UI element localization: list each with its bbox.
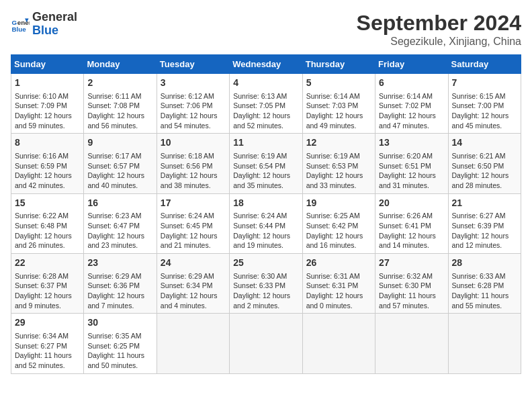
day-info-line: Daylight: 12 hours	[452, 171, 517, 181]
calendar-cell: 29Sunrise: 6:34 AMSunset: 6:27 PMDayligh…	[11, 314, 84, 373]
day-info-line: Sunset: 6:57 PM	[87, 161, 152, 171]
calendar-cell: 7Sunrise: 6:15 AMSunset: 7:00 PMDaylight…	[448, 74, 521, 134]
day-info-line: Sunrise: 6:14 AM	[379, 91, 444, 101]
calendar-cell: 11Sunrise: 6:19 AMSunset: 6:54 PMDayligh…	[230, 134, 302, 193]
calendar-cell: 2Sunrise: 6:11 AMSunset: 7:08 PMDaylight…	[84, 74, 157, 134]
day-info-line: Daylight: 12 hours	[379, 231, 444, 241]
day-info-line: Sunrise: 6:24 AM	[161, 211, 226, 221]
day-number: 21	[452, 197, 517, 210]
day-info-line: Sunset: 6:39 PM	[452, 221, 517, 231]
day-info-line: Sunrise: 6:22 AM	[15, 211, 80, 221]
day-info-line: Daylight: 11 hours	[379, 291, 444, 301]
day-info-line: Daylight: 12 hours	[87, 291, 152, 301]
day-info-line: and 19 minutes.	[233, 240, 298, 250]
day-info-line: Sunrise: 6:33 AM	[452, 271, 517, 281]
calendar-cell: 27Sunrise: 6:32 AMSunset: 6:30 PMDayligh…	[375, 254, 448, 314]
day-info-line: Sunset: 6:44 PM	[233, 221, 298, 231]
day-info-line: Sunset: 6:28 PM	[452, 281, 517, 291]
day-number: 24	[161, 257, 226, 270]
calendar-week-row: 15Sunrise: 6:22 AMSunset: 6:48 PMDayligh…	[11, 193, 521, 253]
day-info-line: Daylight: 12 hours	[452, 111, 517, 121]
calendar-cell: 22Sunrise: 6:28 AMSunset: 6:37 PMDayligh…	[11, 254, 84, 314]
calendar-week-row: 8Sunrise: 6:16 AMSunset: 6:59 PMDaylight…	[11, 134, 521, 193]
day-info-line: Daylight: 12 hours	[161, 231, 226, 241]
day-info-line: Sunrise: 6:25 AM	[306, 211, 371, 221]
day-info-line: Sunset: 6:42 PM	[306, 221, 371, 231]
day-info-line: and 26 minutes.	[15, 240, 80, 250]
days-of-week-row: SundayMondayTuesdayWednesdayThursdayFrid…	[11, 55, 521, 74]
day-info-line: Daylight: 12 hours	[15, 171, 80, 181]
calendar-cell: 10Sunrise: 6:18 AMSunset: 6:56 PMDayligh…	[157, 134, 229, 193]
day-info-line: Sunrise: 6:28 AM	[15, 271, 80, 281]
day-info-line: and 42 minutes.	[15, 181, 80, 191]
day-info-line: Sunrise: 6:35 AM	[87, 331, 152, 341]
day-info-line: Daylight: 12 hours	[15, 291, 80, 301]
calendar-cell: 17Sunrise: 6:24 AMSunset: 6:45 PMDayligh…	[157, 193, 229, 253]
day-info-line: Daylight: 12 hours	[161, 111, 226, 121]
day-info-line: Sunset: 6:53 PM	[306, 161, 371, 171]
day-number: 19	[306, 197, 371, 210]
day-number: 15	[15, 197, 80, 210]
calendar-cell: 24Sunrise: 6:29 AMSunset: 6:34 PMDayligh…	[157, 254, 229, 314]
day-info-line: Sunset: 6:36 PM	[87, 281, 152, 291]
calendar: SundayMondayTuesdayWednesdayThursdayFrid…	[11, 54, 521, 374]
logo: G eneral Blue General Blue	[11, 11, 77, 38]
day-info-line: Sunset: 6:37 PM	[15, 281, 80, 291]
day-info-line: and 4 minutes.	[161, 301, 226, 311]
day-info-line: Daylight: 12 hours	[87, 111, 152, 121]
day-info-line: and 35 minutes.	[233, 181, 298, 191]
day-info-line: Sunrise: 6:19 AM	[306, 151, 371, 161]
day-number: 20	[379, 197, 444, 210]
day-info-line: and 12 minutes.	[452, 240, 517, 250]
day-number: 6	[379, 77, 444, 90]
day-info-line: Sunrise: 6:29 AM	[87, 271, 152, 281]
logo-general: General	[32, 11, 77, 24]
day-number: 29	[15, 316, 80, 330]
day-number: 28	[452, 257, 517, 270]
calendar-cell: 13Sunrise: 6:20 AMSunset: 6:51 PMDayligh…	[375, 134, 448, 193]
day-info-line: Sunrise: 6:11 AM	[87, 91, 152, 101]
day-info-line: Sunset: 6:59 PM	[15, 161, 80, 171]
day-info-line: Sunset: 6:47 PM	[87, 221, 152, 231]
calendar-cell: 26Sunrise: 6:31 AMSunset: 6:31 PMDayligh…	[302, 254, 375, 314]
logo-blue: Blue	[32, 24, 77, 38]
day-info-line: and 28 minutes.	[452, 181, 517, 191]
day-info-line: Sunrise: 6:30 AM	[233, 271, 298, 281]
day-info-line: Daylight: 12 hours	[15, 231, 80, 241]
day-number: 2	[87, 77, 152, 90]
calendar-cell: 9Sunrise: 6:17 AMSunset: 6:57 PMDaylight…	[84, 134, 157, 193]
day-info-line: and 31 minutes.	[379, 181, 444, 191]
day-info-line: Daylight: 12 hours	[306, 111, 371, 121]
day-info-line: Sunrise: 6:31 AM	[306, 271, 371, 281]
calendar-cell: 25Sunrise: 6:30 AMSunset: 6:33 PMDayligh…	[230, 254, 302, 314]
day-info-line: Sunset: 6:56 PM	[161, 161, 226, 171]
day-info-line: Daylight: 12 hours	[233, 111, 298, 121]
day-info-line: Sunset: 6:25 PM	[87, 341, 152, 351]
day-info-line: and 2 minutes.	[233, 301, 298, 311]
day-info-line: Daylight: 12 hours	[15, 111, 80, 121]
day-info-line: and 50 minutes.	[87, 361, 152, 371]
day-info-line: and 21 minutes.	[161, 240, 226, 250]
day-info-line: Sunset: 6:30 PM	[379, 281, 444, 291]
calendar-week-row: 29Sunrise: 6:34 AMSunset: 6:27 PMDayligh…	[11, 314, 521, 373]
day-info-line: Daylight: 12 hours	[306, 291, 371, 301]
day-info-line: and 23 minutes.	[87, 240, 152, 250]
day-info-line: Daylight: 12 hours	[161, 171, 226, 181]
day-info-line: and 7 minutes.	[87, 301, 152, 311]
day-info-line: Daylight: 11 hours	[452, 291, 517, 301]
calendar-cell	[302, 314, 375, 373]
day-info-line: and 57 minutes.	[379, 301, 444, 311]
day-info-line: Daylight: 12 hours	[233, 231, 298, 241]
day-info-line: and 14 minutes.	[379, 240, 444, 250]
calendar-cell: 19Sunrise: 6:25 AMSunset: 6:42 PMDayligh…	[302, 193, 375, 253]
day-number: 14	[452, 136, 517, 150]
day-info-line: Sunrise: 6:27 AM	[452, 211, 517, 221]
day-info-line: Sunrise: 6:16 AM	[15, 151, 80, 161]
day-number: 13	[379, 136, 444, 150]
day-info-line: Sunset: 7:09 PM	[15, 101, 80, 111]
calendar-cell: 3Sunrise: 6:12 AMSunset: 7:06 PMDaylight…	[157, 74, 229, 134]
day-number: 9	[87, 136, 152, 150]
day-info-line: and 16 minutes.	[306, 240, 371, 250]
day-info-line: Sunset: 6:45 PM	[161, 221, 226, 231]
weekday-header-sunday: Sunday	[11, 55, 84, 74]
